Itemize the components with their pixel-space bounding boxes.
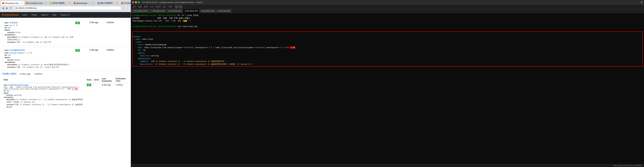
minimize-traffic[interactable]	[135, 1, 137, 3]
vim-line-name: - name: node.rules	[133, 38, 642, 41]
browser-chrome: Prometheus Series T... ✕ Prometheus Seri…	[0, 0, 131, 12]
labels-label-nr: labels:	[4, 92, 9, 94]
for-label-2: for:	[4, 54, 8, 56]
expr-label-1: expr:	[4, 24, 9, 26]
desc-label-2: description:	[7, 64, 18, 66]
tab-2-favicon	[26, 2, 28, 4]
eval-time-2: 0.088ms	[106, 49, 114, 51]
rule-mysql: alert: mysql服务器异常 expr: up{job="mysql"} …	[2, 47, 128, 70]
state-badge-1: OK	[75, 22, 80, 24]
session-tab-5[interactable]: 5 192.168.81.230	[200, 9, 216, 13]
prompt-vim: root@prometheus-server:/data/prometheus#…	[132, 25, 643, 28]
alert-name-nr[interactable]: NodeFilesystemUsage	[8, 84, 29, 86]
session-tab-2[interactable]: 2 192.168.81.200	[150, 9, 166, 13]
col-last-eval: Last Evaluation	[100, 77, 114, 83]
vim-line-summary: summary: '主机 {{ $labels.instance }} : {{…	[133, 60, 642, 63]
nav-graph[interactable]: Graph	[31, 14, 38, 16]
toolbar-view[interactable]: 查看	[143, 5, 148, 8]
rules-content: alert: 主机宕机 expr: up == 0 for: 1m labels…	[0, 18, 131, 167]
expr-label-2: expr:	[4, 52, 9, 54]
df-header: 文件系统 类型 容量 已用 可用 使用% 挂载点	[132, 17, 643, 20]
tab-2-close[interactable]: ✕	[45, 2, 46, 4]
alert-name-2[interactable]: mysql服务器异常	[10, 49, 25, 51]
tab-4[interactable]: Alertmanager ✕	[72, 1, 96, 5]
toolbar-file[interactable]: 文件	[132, 5, 137, 8]
nav-alerts[interactable]: Alerts	[22, 14, 28, 16]
labels-label-1: labels:	[4, 29, 10, 31]
bookmark-button[interactable]: ☆	[122, 6, 125, 10]
toolbar-tabs[interactable]: 标签页	[155, 5, 162, 8]
terminal-close-btn[interactable]: ✕	[640, 1, 643, 4]
alert-label-1: alert:	[4, 22, 9, 24]
expr-value-2: up{job="mysql"} == 0	[10, 52, 32, 54]
last-eval-nr: 8.281s ago	[100, 83, 114, 109]
toolbar-edit[interactable]: 编辑	[138, 5, 142, 8]
rule-zhujidaoji: alert: 主机宕机 expr: up == 0 for: 1m labels…	[2, 20, 128, 45]
tab-4-title: Alertmanager	[76, 2, 88, 4]
terminal-body[interactable]: root@prometheus-server:/data/prometheus#…	[131, 13, 644, 164]
footer-url: https://blog.csdn.net/weixin_4495308...	[614, 165, 643, 166]
tab-1[interactable]: Prometheus Series T... ✕	[1, 1, 24, 5]
toolbar-icon2[interactable]: ⬛	[179, 5, 182, 8]
nav-classic[interactable]: Classic UI	[60, 14, 70, 16]
col-eval-time: Evaluation Time	[114, 77, 128, 83]
node-rules-eval-time: 8.281s ago	[20, 72, 30, 75]
maximize-traffic[interactable]	[138, 1, 140, 3]
severity-label-1: severity:	[7, 31, 15, 33]
tab-3-favicon	[50, 2, 52, 4]
node-rules-duration: 1.084ms	[34, 72, 42, 75]
node-rules-header: node.rules 8.281s ago 1.084ms	[2, 72, 128, 76]
menu-button[interactable]: ⋮	[126, 6, 129, 10]
back-button[interactable]: ◀	[1, 6, 5, 10]
toolbar-window[interactable]: 窗口	[162, 5, 167, 8]
last-eval-1: 2.35s ago	[90, 21, 98, 24]
severity-value-nr: warning	[14, 94, 22, 96]
last-eval-2: 2.36s ago	[90, 49, 98, 51]
vim-line-labels: labels:	[133, 52, 642, 55]
for-value-2: 1m	[8, 54, 10, 56]
tab-1-close[interactable]: ✕	[21, 2, 23, 4]
toolbar-tools[interactable]: 工具	[149, 5, 154, 8]
terminal-tabs: 1 192.168.81.210:22 2 192.168.81.200 3 1…	[131, 9, 644, 13]
first-rule-group: alert: 主机宕机 expr: up == 0 for: 1m labels…	[2, 20, 128, 70]
nav-status[interactable]: Status ▾	[40, 14, 49, 16]
tab-4-close[interactable]: ✕	[93, 2, 94, 4]
col-error: Error	[93, 77, 100, 83]
expr-value-1: up == 0	[10, 24, 17, 26]
tab-2-title: Prometheus Series T...	[29, 2, 44, 4]
right-panel: 192.168.81.210:22 - root@prometheus-serv…	[131, 0, 644, 167]
node-rules-name[interactable]: node.rules	[2, 72, 16, 76]
nav-help[interactable]: Help	[52, 14, 57, 16]
tab-4-favicon	[74, 2, 76, 4]
tab-3-close[interactable]: ✕	[69, 2, 70, 4]
tab-5[interactable]: 收到 3封新邮件 ✕	[96, 1, 120, 5]
alert-name-1[interactable]: 主机宕机	[10, 22, 18, 24]
session-tab-1[interactable]: 1 192.168.81.210:22	[131, 9, 150, 13]
prometheus-logo: Prometheus	[2, 14, 19, 16]
vim-line-description: description: '{{ $labels.instance }} : {…	[133, 63, 642, 66]
address-bar: ◀ ▶ ↻ ☆ ⋮	[0, 5, 131, 11]
for-value-nr: 1m	[7, 90, 9, 92]
tab-3[interactable]: MySQL 数据库监控 - Grafa... ✕	[48, 1, 72, 5]
close-traffic[interactable]	[132, 1, 134, 3]
vim-line-expr: expr: node_filesystem_free_bytes{fstype=…	[133, 46, 642, 49]
toolbar-icon1[interactable]: ⬛	[175, 5, 178, 8]
toolbar-help[interactable]: 帮助	[168, 5, 173, 8]
df-row1: /dev/mapper/centos-root xfs 47G 7.6G 40G…	[132, 20, 643, 22]
summary-value-1: 主机 （{{ $labels.job }}）停止工作	[16, 41, 51, 43]
refresh-button[interactable]: ↻	[10, 6, 13, 10]
forward-button[interactable]: ▶	[5, 6, 9, 10]
vim-editor[interactable]: groups: - name: node.rules rules: - aler…	[132, 31, 643, 66]
annotations-label-2: annotations:	[4, 61, 16, 63]
session-tab-3[interactable]: 3 192.168.81.200	[166, 9, 183, 13]
session-tab-4[interactable]: 4 192.168.81.230	[183, 9, 200, 13]
session-tab-6[interactable]: 6 192.168.10.90	[216, 9, 232, 13]
tab-5-close[interactable]: ✕	[116, 2, 118, 4]
alert-label-nr: alert:	[4, 84, 8, 86]
tab-2[interactable]: Prometheus Series T... ✕	[24, 1, 48, 5]
summary-label-1: summary:	[7, 41, 16, 43]
address-input[interactable]	[14, 6, 121, 10]
tab-5-favicon	[98, 2, 100, 4]
state-badge-2: OK	[75, 49, 80, 52]
terminal-titlebar: 192.168.81.210:22 - root@prometheus-serv…	[131, 0, 644, 5]
